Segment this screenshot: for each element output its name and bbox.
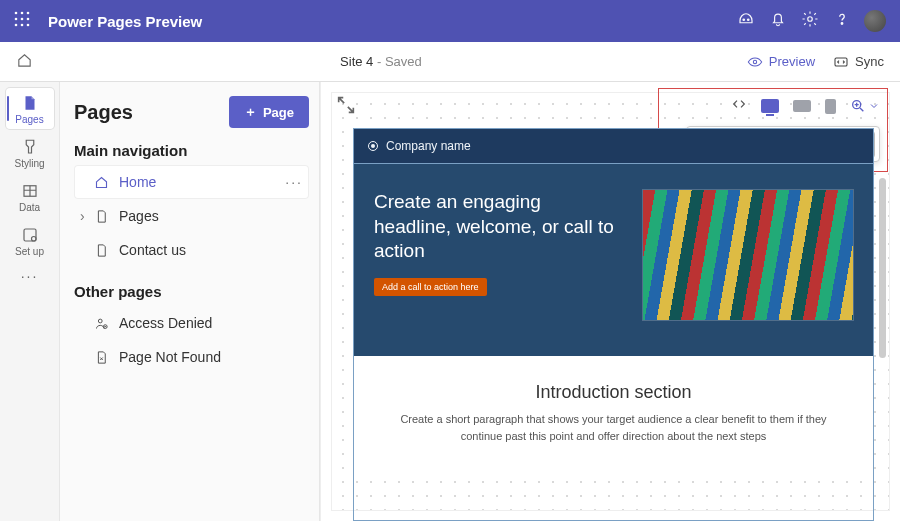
intro-section[interactable]: Introduction section Create a short para… (354, 356, 873, 470)
svg-point-4 (21, 18, 24, 21)
nav-home-label: Home (119, 174, 156, 190)
rail-styling[interactable]: Styling (6, 132, 54, 173)
plus-icon: ＋ (244, 103, 257, 121)
nav-contact[interactable]: Contact us (74, 233, 309, 267)
canvas-scrollbar[interactable] (879, 178, 886, 358)
code-view-icon[interactable] (731, 96, 747, 116)
nav-access-denied[interactable]: Access Denied (74, 306, 309, 340)
svg-point-9 (743, 19, 745, 21)
device-toolbar (731, 96, 880, 116)
device-tablet-icon[interactable] (825, 99, 836, 114)
sync-button[interactable]: Sync (833, 54, 884, 70)
rail-setup[interactable]: Set up (6, 220, 54, 261)
app-title: Power Pages Preview (48, 13, 202, 30)
svg-rect-14 (835, 58, 847, 66)
nav-denied-label: Access Denied (119, 315, 212, 331)
left-rail: Pages Styling Data Set up ··· (0, 82, 60, 521)
save-status: - Saved (373, 54, 421, 69)
nav-notfound-label: Page Not Found (119, 349, 221, 365)
pages-panel: Pages ＋ Page Main navigation Home ··· › … (60, 82, 320, 521)
rail-pages[interactable]: Pages (6, 88, 54, 129)
svg-point-17 (31, 237, 36, 242)
svg-point-5 (27, 18, 30, 21)
svg-point-0 (15, 12, 18, 15)
expand-icon[interactable] (335, 94, 357, 116)
preview-button[interactable]: Preview (747, 54, 815, 70)
preview-header[interactable]: Company name (354, 129, 873, 163)
design-canvas: 50% − + Reset Company name Create an eng… (320, 82, 900, 521)
command-bar: Site 4 - Saved Preview Sync (0, 42, 900, 82)
page-preview[interactable]: Company name Create an engaging headline… (353, 128, 874, 521)
site-status: Site 4 - Saved (33, 54, 729, 69)
add-page-button[interactable]: ＋ Page (229, 96, 309, 128)
settings-icon[interactable] (794, 10, 826, 32)
svg-point-8 (27, 24, 30, 27)
user-avatar[interactable] (864, 10, 886, 32)
device-laptop-icon[interactable] (793, 100, 811, 112)
app-launcher-icon[interactable] (14, 11, 30, 31)
chevron-right-icon[interactable]: › (80, 208, 92, 224)
rail-data-label: Data (6, 202, 54, 213)
help-icon[interactable] (826, 10, 858, 32)
hero-section[interactable]: Create an engaging headline, welcome, or… (354, 163, 873, 356)
nav-pages-label: Pages (119, 208, 159, 224)
notifications-icon[interactable] (762, 10, 794, 32)
hero-image[interactable] (643, 190, 853, 320)
intro-title: Introduction section (394, 382, 833, 403)
section-main-nav: Main navigation (74, 142, 309, 159)
svg-point-3 (15, 18, 18, 21)
svg-point-1 (21, 12, 24, 15)
device-desktop-icon[interactable] (761, 99, 779, 113)
svg-point-12 (841, 23, 843, 25)
nav-home[interactable]: Home ··· (74, 165, 309, 199)
home-icon[interactable] (16, 52, 33, 72)
app-header: Power Pages Preview (0, 0, 900, 42)
rail-styling-label: Styling (6, 158, 54, 169)
rail-pages-label: Pages (6, 114, 54, 125)
svg-point-10 (748, 19, 750, 21)
add-page-label: Page (263, 105, 294, 120)
svg-point-11 (808, 17, 813, 22)
site-name: Site 4 (340, 54, 373, 69)
svg-rect-16 (24, 229, 36, 241)
rail-data[interactable]: Data (6, 176, 54, 217)
cta-button[interactable]: Add a call to action here (374, 278, 487, 296)
svg-point-18 (98, 319, 102, 323)
more-icon[interactable]: ··· (285, 174, 303, 190)
panel-title: Pages (74, 101, 133, 124)
rail-more-icon[interactable]: ··· (21, 268, 39, 284)
preview-label: Preview (769, 54, 815, 69)
svg-point-2 (27, 12, 30, 15)
section-other-pages: Other pages (74, 283, 309, 300)
company-name: Company name (386, 139, 471, 153)
svg-point-13 (753, 60, 756, 63)
radio-icon (368, 141, 378, 151)
intro-body: Create a short paragraph that shows your… (394, 411, 833, 444)
copilot-icon[interactable] (730, 10, 762, 32)
nav-not-found[interactable]: Page Not Found (74, 340, 309, 374)
rail-setup-label: Set up (6, 246, 54, 257)
svg-point-7 (21, 24, 24, 27)
nav-contact-label: Contact us (119, 242, 186, 258)
nav-pages[interactable]: › Pages (74, 199, 309, 233)
svg-point-6 (15, 24, 18, 27)
hero-headline: Create an engaging headline, welcome, or… (374, 190, 623, 264)
zoom-dropdown[interactable] (850, 98, 880, 114)
sync-label: Sync (855, 54, 884, 69)
